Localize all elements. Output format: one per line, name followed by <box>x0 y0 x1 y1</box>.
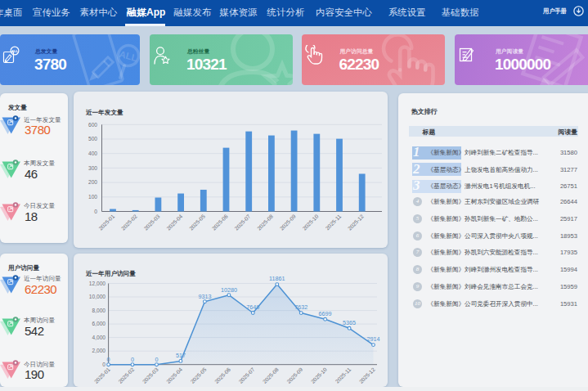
svg-text:6699: 6699 <box>319 310 332 317</box>
svg-text:10,000: 10,000 <box>89 294 106 299</box>
svg-text:0: 0 <box>155 356 159 363</box>
svg-text:2025-12: 2025-12 <box>347 213 365 231</box>
svg-text:7649: 7649 <box>246 303 259 311</box>
svg-text:0: 0 <box>131 356 134 363</box>
svg-text:2025-02: 2025-02 <box>120 213 138 231</box>
svg-text:10280: 10280 <box>221 286 237 294</box>
svg-text:0: 0 <box>94 209 97 214</box>
svg-text:2025-11: 2025-11 <box>334 366 352 384</box>
svg-text:2025-08: 2025-08 <box>262 366 280 384</box>
svg-text:517: 517 <box>176 352 186 359</box>
svg-text:2025-01: 2025-01 <box>93 366 111 384</box>
svg-text:0: 0 <box>102 362 105 367</box>
svg-text:2025-02: 2025-02 <box>117 366 135 384</box>
svg-text:2025-08: 2025-08 <box>256 213 274 231</box>
svg-text:2025-12: 2025-12 <box>358 366 376 384</box>
svg-text:2914: 2914 <box>367 335 380 343</box>
svg-text:2025-05: 2025-05 <box>190 366 208 384</box>
svg-text:500: 500 <box>88 136 97 142</box>
svg-text:2025-06: 2025-06 <box>213 366 231 384</box>
svg-text:6,000: 6,000 <box>92 321 105 326</box>
svg-text:5365: 5365 <box>343 319 356 326</box>
svg-text:2025-10: 2025-10 <box>310 366 328 384</box>
svg-text:300: 300 <box>88 165 97 171</box>
svg-text:400: 400 <box>88 151 97 156</box>
svg-text:2025-04: 2025-04 <box>165 213 183 231</box>
svg-text:2025-10: 2025-10 <box>301 213 319 231</box>
svg-text:8,000: 8,000 <box>92 308 105 313</box>
svg-text:11861: 11861 <box>269 275 285 282</box>
svg-text:2025-07: 2025-07 <box>233 213 251 231</box>
svg-text:2025-09: 2025-09 <box>279 213 297 231</box>
svg-text:200: 200 <box>88 179 97 185</box>
svg-text:4,000: 4,000 <box>92 335 105 340</box>
svg-text:2025-09: 2025-09 <box>285 366 303 384</box>
svg-text:7632: 7632 <box>294 303 307 311</box>
svg-text:2025-03: 2025-03 <box>143 213 161 231</box>
svg-text:ALL: ALL <box>11 48 19 52</box>
svg-text:2025-04: 2025-04 <box>165 366 183 384</box>
svg-text:2025-03: 2025-03 <box>141 366 159 384</box>
svg-text:0: 0 <box>107 356 110 363</box>
svg-text:2025-06: 2025-06 <box>211 213 229 231</box>
svg-text:2025-05: 2025-05 <box>188 213 206 231</box>
svg-text:2025-07: 2025-07 <box>237 366 255 384</box>
svg-text:9313: 9313 <box>198 293 211 300</box>
svg-text:2025-01: 2025-01 <box>97 213 115 231</box>
svg-text:2,000: 2,000 <box>92 348 105 353</box>
svg-text:2025-11: 2025-11 <box>324 213 342 231</box>
svg-text:12,000: 12,000 <box>89 281 106 286</box>
svg-text:600: 600 <box>88 122 97 128</box>
svg-text:100: 100 <box>88 194 97 200</box>
